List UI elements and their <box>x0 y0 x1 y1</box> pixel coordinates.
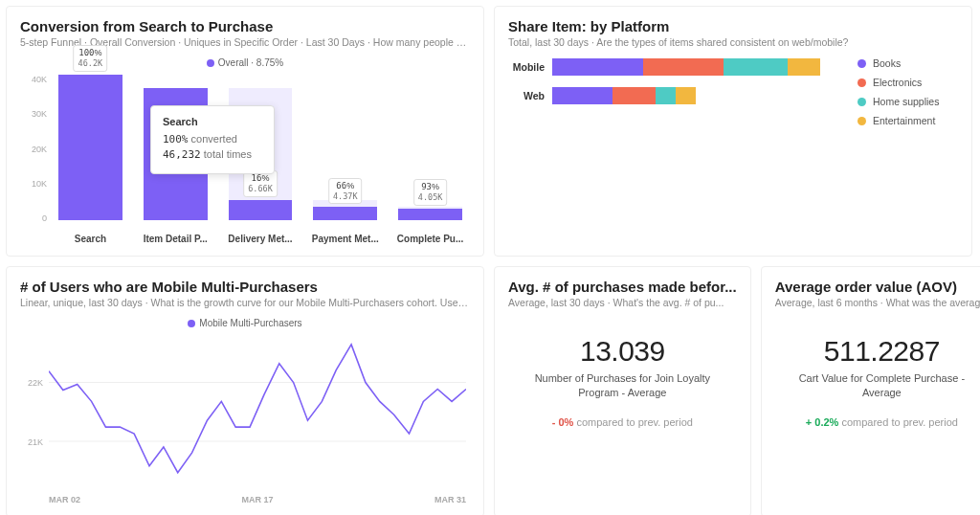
y-axis: 22K 21K <box>20 335 47 483</box>
legend-home-supplies[interactable]: Home supplies <box>858 96 958 107</box>
seg-electronics[interactable] <box>612 87 656 104</box>
chart-tooltip: Search 100% converted 46,232 total times <box>150 105 275 174</box>
card-aov[interactable]: Average order value (AOV) Average, last … <box>761 266 980 515</box>
card-title: Conversion from Search to Purchase <box>20 18 470 34</box>
y-axis: 40K 30K 20K 10K 0 <box>20 75 51 220</box>
kpi-value: 13.039 <box>508 335 737 368</box>
seg-books[interactable] <box>552 58 643 76</box>
stacked-bar-chart[interactable]: Mobile Web <box>508 57 838 134</box>
kpi-change: - 0% compared to prev. period <box>508 416 737 428</box>
legend-electronics[interactable]: Electronics <box>858 77 958 88</box>
line-chart[interactable]: Mobile Multi-Purchasers 22K 21K MAR 02 M… <box>20 318 470 504</box>
card-subtitle: Average, last 30 days · What's the avg. … <box>508 297 737 308</box>
legend-entertainment[interactable]: Entertainment <box>858 115 958 126</box>
legend-books[interactable]: Books <box>858 57 958 69</box>
kpi-description: Number of Purchases for Join Loyalty Pro… <box>508 371 737 401</box>
card-title: Average order value (AOV) <box>775 279 980 295</box>
funnel-step-complete[interactable]: 93%4.05K <box>394 75 466 220</box>
card-subtitle: Average, last 6 months · What was the av… <box>775 297 980 308</box>
funnel-step-payment[interactable]: 66%4.37K <box>309 75 381 220</box>
card-conversion-funnel[interactable]: Conversion from Search to Purchase 5-ste… <box>6 6 484 257</box>
card-share-item[interactable]: Share Item: by Platform Total, last 30 d… <box>494 6 972 257</box>
card-avg-purchases[interactable]: Avg. # of purchases made befor... Averag… <box>494 266 751 515</box>
seg-electronics[interactable] <box>643 58 724 76</box>
kpi-description: Cart Value for Complete Purchase - Avera… <box>775 371 980 401</box>
card-subtitle: Total, last 30 days · Are the types of i… <box>508 36 958 48</box>
seg-entertainment[interactable] <box>788 58 820 76</box>
card-title: Avg. # of purchases made befor... <box>508 279 737 295</box>
funnel-step-search[interactable]: 100%46.2K <box>55 75 126 220</box>
card-subtitle: Linear, unique, last 30 days · What is t… <box>20 297 470 308</box>
chart-legend: Mobile Multi-Purchasers <box>20 318 470 328</box>
share-row-web[interactable]: Web <box>508 86 838 105</box>
x-axis: MAR 02 MAR 17 MAR 31 <box>49 495 466 504</box>
seg-home-supplies[interactable] <box>656 87 676 104</box>
funnel-chart[interactable]: Overall · 8.75% 40K 30K 20K 10K 0 100%46… <box>20 57 470 244</box>
seg-home-supplies[interactable] <box>724 58 788 76</box>
seg-entertainment[interactable] <box>676 87 696 104</box>
share-row-mobile[interactable]: Mobile <box>508 57 838 77</box>
chart-legend: Books Electronics Home supplies Entertai… <box>858 57 958 134</box>
card-title: Share Item: by Platform <box>508 18 958 34</box>
kpi-value: 511.2287 <box>775 335 980 368</box>
kpi-change: + 0.2% compared to prev. period <box>775 416 980 428</box>
seg-books[interactable] <box>552 87 612 104</box>
card-title: # of Users who are Mobile Multi-Purchase… <box>20 279 470 295</box>
card-mobile-multi-purchasers[interactable]: # of Users who are Mobile Multi-Purchase… <box>6 266 484 515</box>
line-svg <box>49 335 466 482</box>
x-axis-labels: Search Item Detail P... Delivery Met... … <box>55 234 466 244</box>
